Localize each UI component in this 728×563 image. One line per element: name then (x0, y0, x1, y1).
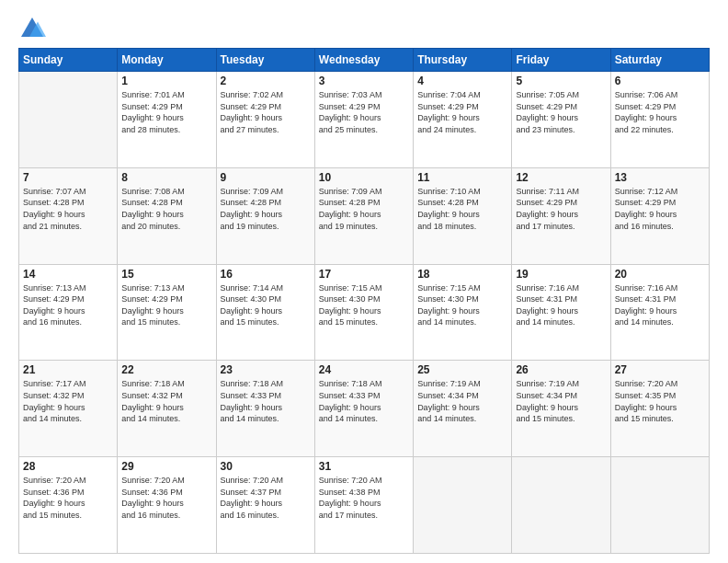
day-info: Sunrise: 7:08 AM Sunset: 4:28 PM Dayligh… (121, 186, 211, 232)
table-row: 30Sunrise: 7:20 AM Sunset: 4:37 PM Dayli… (216, 457, 314, 554)
day-info: Sunrise: 7:15 AM Sunset: 4:30 PM Dayligh… (417, 282, 507, 328)
calendar-week-4: 28Sunrise: 7:20 AM Sunset: 4:36 PM Dayli… (19, 457, 710, 554)
day-number: 24 (319, 363, 409, 376)
table-row: 25Sunrise: 7:19 AM Sunset: 4:34 PM Dayli… (414, 361, 512, 457)
table-row: 7Sunrise: 7:07 AM Sunset: 4:28 PM Daylig… (19, 167, 118, 264)
day-info: Sunrise: 7:09 AM Sunset: 4:28 PM Dayligh… (319, 186, 409, 232)
weekday-friday: Friday (512, 49, 610, 72)
weekday-header-row: SundayMondayTuesdayWednesdayThursdayFrid… (19, 49, 710, 72)
day-info: Sunrise: 7:11 AM Sunset: 4:29 PM Dayligh… (516, 186, 606, 232)
day-info: Sunrise: 7:14 AM Sunset: 4:30 PM Dayligh… (221, 282, 311, 328)
table-row: 11Sunrise: 7:10 AM Sunset: 4:28 PM Dayli… (414, 167, 512, 264)
day-number: 13 (615, 171, 705, 184)
day-info: Sunrise: 7:18 AM Sunset: 4:33 PM Dayligh… (221, 378, 311, 424)
day-info: Sunrise: 7:20 AM Sunset: 4:36 PM Dayligh… (23, 475, 113, 521)
table-row: 23Sunrise: 7:18 AM Sunset: 4:33 PM Dayli… (216, 361, 314, 457)
day-number: 4 (417, 75, 507, 87)
table-row: 12Sunrise: 7:11 AM Sunset: 4:29 PM Dayli… (512, 167, 610, 264)
day-number: 3 (319, 75, 409, 87)
day-number: 27 (615, 363, 705, 376)
day-info: Sunrise: 7:13 AM Sunset: 4:29 PM Dayligh… (23, 282, 113, 328)
table-row: 19Sunrise: 7:16 AM Sunset: 4:31 PM Dayli… (512, 264, 610, 361)
table-row: 16Sunrise: 7:14 AM Sunset: 4:30 PM Dayli… (216, 264, 314, 361)
day-info: Sunrise: 7:07 AM Sunset: 4:28 PM Dayligh… (23, 186, 113, 232)
day-number: 2 (221, 75, 311, 87)
day-info: Sunrise: 7:06 AM Sunset: 4:29 PM Dayligh… (615, 89, 705, 135)
table-row: 22Sunrise: 7:18 AM Sunset: 4:32 PM Dayli… (118, 361, 216, 457)
day-number: 19 (516, 268, 606, 281)
header (18, 15, 710, 42)
table-row: 13Sunrise: 7:12 AM Sunset: 4:29 PM Dayli… (610, 167, 709, 264)
table-row: 17Sunrise: 7:15 AM Sunset: 4:30 PM Dayli… (314, 264, 413, 361)
day-info: Sunrise: 7:20 AM Sunset: 4:35 PM Dayligh… (615, 378, 705, 424)
day-info: Sunrise: 7:15 AM Sunset: 4:30 PM Dayligh… (319, 282, 409, 328)
table-row: 24Sunrise: 7:18 AM Sunset: 4:33 PM Dayli… (314, 361, 413, 457)
day-number: 16 (221, 268, 311, 281)
table-row: 20Sunrise: 7:16 AM Sunset: 4:31 PM Dayli… (610, 264, 709, 361)
day-number: 28 (23, 460, 113, 473)
table-row (414, 457, 512, 554)
day-info: Sunrise: 7:09 AM Sunset: 4:28 PM Dayligh… (221, 186, 311, 232)
table-row: 8Sunrise: 7:08 AM Sunset: 4:28 PM Daylig… (118, 167, 216, 264)
table-row: 14Sunrise: 7:13 AM Sunset: 4:29 PM Dayli… (19, 264, 118, 361)
day-number: 5 (516, 75, 606, 87)
table-row: 21Sunrise: 7:17 AM Sunset: 4:32 PM Dayli… (19, 361, 118, 457)
day-number: 20 (615, 268, 705, 281)
page: SundayMondayTuesdayWednesdayThursdayFrid… (0, 0, 728, 563)
day-number: 8 (121, 171, 211, 184)
table-row: 28Sunrise: 7:20 AM Sunset: 4:36 PM Dayli… (19, 457, 118, 554)
table-row: 18Sunrise: 7:15 AM Sunset: 4:30 PM Dayli… (414, 264, 512, 361)
day-info: Sunrise: 7:18 AM Sunset: 4:33 PM Dayligh… (319, 378, 409, 424)
day-info: Sunrise: 7:20 AM Sunset: 4:38 PM Dayligh… (319, 475, 409, 521)
day-info: Sunrise: 7:03 AM Sunset: 4:29 PM Dayligh… (319, 89, 409, 135)
table-row: 15Sunrise: 7:13 AM Sunset: 4:29 PM Dayli… (118, 264, 216, 361)
day-number: 23 (221, 363, 311, 376)
day-number: 11 (417, 171, 507, 184)
day-info: Sunrise: 7:20 AM Sunset: 4:37 PM Dayligh… (221, 475, 311, 521)
day-number: 9 (221, 171, 311, 184)
table-row: 26Sunrise: 7:19 AM Sunset: 4:34 PM Dayli… (512, 361, 610, 457)
day-info: Sunrise: 7:12 AM Sunset: 4:29 PM Dayligh… (615, 186, 705, 232)
table-row: 31Sunrise: 7:20 AM Sunset: 4:38 PM Dayli… (314, 457, 413, 554)
calendar-week-3: 21Sunrise: 7:17 AM Sunset: 4:32 PM Dayli… (19, 361, 710, 457)
table-row: 5Sunrise: 7:05 AM Sunset: 4:29 PM Daylig… (512, 72, 610, 168)
day-info: Sunrise: 7:02 AM Sunset: 4:29 PM Dayligh… (221, 89, 311, 135)
day-number: 7 (23, 171, 113, 184)
table-row: 27Sunrise: 7:20 AM Sunset: 4:35 PM Dayli… (610, 361, 709, 457)
table-row: 1Sunrise: 7:01 AM Sunset: 4:29 PM Daylig… (118, 72, 216, 168)
day-info: Sunrise: 7:01 AM Sunset: 4:29 PM Dayligh… (121, 89, 211, 135)
logo (18, 15, 50, 42)
day-number: 29 (121, 460, 211, 473)
day-info: Sunrise: 7:20 AM Sunset: 4:36 PM Dayligh… (121, 475, 211, 521)
day-number: 12 (516, 171, 606, 184)
table-row: 4Sunrise: 7:04 AM Sunset: 4:29 PM Daylig… (414, 72, 512, 168)
table-row (512, 457, 610, 554)
table-row: 2Sunrise: 7:02 AM Sunset: 4:29 PM Daylig… (216, 72, 314, 168)
table-row: 3Sunrise: 7:03 AM Sunset: 4:29 PM Daylig… (314, 72, 413, 168)
table-row: 6Sunrise: 7:06 AM Sunset: 4:29 PM Daylig… (610, 72, 709, 168)
table-row: 29Sunrise: 7:20 AM Sunset: 4:36 PM Dayli… (118, 457, 216, 554)
weekday-monday: Monday (118, 49, 216, 72)
calendar-week-0: 1Sunrise: 7:01 AM Sunset: 4:29 PM Daylig… (19, 72, 710, 168)
day-number: 10 (319, 171, 409, 184)
calendar-week-2: 14Sunrise: 7:13 AM Sunset: 4:29 PM Dayli… (19, 264, 710, 361)
day-number: 31 (319, 460, 409, 473)
weekday-saturday: Saturday (610, 49, 709, 72)
day-info: Sunrise: 7:17 AM Sunset: 4:32 PM Dayligh… (23, 378, 113, 424)
weekday-tuesday: Tuesday (216, 49, 314, 72)
logo-icon (18, 15, 46, 42)
day-info: Sunrise: 7:10 AM Sunset: 4:28 PM Dayligh… (417, 186, 507, 232)
day-info: Sunrise: 7:19 AM Sunset: 4:34 PM Dayligh… (417, 378, 507, 424)
weekday-sunday: Sunday (19, 49, 118, 72)
day-info: Sunrise: 7:05 AM Sunset: 4:29 PM Dayligh… (516, 89, 606, 135)
table-row (19, 72, 118, 168)
day-info: Sunrise: 7:16 AM Sunset: 4:31 PM Dayligh… (615, 282, 705, 328)
day-number: 14 (23, 268, 113, 281)
day-number: 21 (23, 363, 113, 376)
day-number: 17 (319, 268, 409, 281)
day-number: 25 (417, 363, 507, 376)
day-number: 30 (221, 460, 311, 473)
table-row (610, 457, 709, 554)
weekday-thursday: Thursday (414, 49, 512, 72)
weekday-wednesday: Wednesday (314, 49, 413, 72)
